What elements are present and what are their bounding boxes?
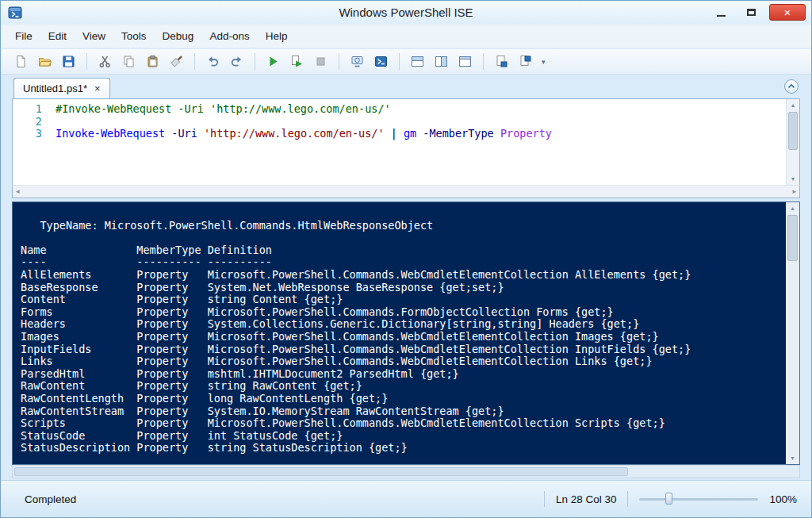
menu-item-view[interactable]: View [75, 26, 113, 46]
status-bar: Completed Ln 28 Col 30 100% [1, 480, 811, 517]
redo-icon [230, 55, 243, 68]
zoom-level: 100% [769, 493, 797, 505]
scroll-down-icon[interactable]: ▼ [786, 455, 799, 461]
collapse-script-pane-button[interactable] [784, 79, 799, 94]
save-button[interactable] [58, 52, 79, 72]
show-script-pane-toggle-button[interactable] [515, 52, 536, 72]
editor-horizontal-scrollbar[interactable]: ◂ ▸ [12, 185, 800, 198]
tab-close-icon[interactable]: × [94, 83, 101, 94]
run-script-icon [266, 55, 280, 68]
menu-item-edit[interactable]: Edit [40, 26, 75, 46]
split-vertical-icon [435, 55, 448, 68]
maximize-button[interactable] [739, 4, 763, 21]
undo-icon [206, 55, 220, 68]
remote-tab-icon [350, 55, 364, 68]
open-folder-icon [38, 55, 52, 68]
tab-untitled1[interactable]: Untitled1.ps1* × [13, 78, 110, 98]
editor-scroll-thumb[interactable] [788, 112, 798, 150]
run-script-button[interactable] [262, 52, 284, 72]
cut-button[interactable] [94, 52, 116, 72]
code-text: #Invoke-WebRequest -Uri 'http://www.lego… [56, 103, 391, 116]
powershell-icon [374, 55, 388, 68]
show-script-pane-maximized-button[interactable] [454, 52, 476, 72]
close-icon: × [784, 6, 791, 18]
status-separator [627, 491, 628, 507]
zoom-slider-track[interactable] [639, 498, 758, 501]
cut-icon [98, 55, 112, 68]
console-hscroll-thumb[interactable] [14, 467, 628, 476]
toolbar-separator [339, 53, 339, 70]
tab-label: Untitled1.ps1* [23, 82, 87, 94]
line-number: 2 [13, 116, 56, 129]
window-controls: × [709, 4, 806, 21]
toolbar-separator [194, 53, 195, 70]
scroll-up-icon[interactable]: ▲ [786, 205, 799, 211]
menu-item-file[interactable]: File [7, 26, 40, 46]
toolbar-separator [399, 53, 400, 70]
tab-row: Untitled1.ps1* × [12, 77, 800, 98]
show-command-window-button[interactable] [491, 52, 512, 72]
menu-item-debug[interactable]: Debug [155, 26, 202, 46]
status-text: Completed [25, 493, 76, 505]
close-button[interactable]: × [769, 4, 806, 21]
paste-button[interactable] [142, 52, 163, 72]
chevron-up-icon [787, 82, 796, 91]
console-output[interactable]: TypeName: Microsoft.PowerShell.Commands.… [13, 202, 786, 464]
menu-item-add-ons[interactable]: Add-ons [201, 26, 257, 46]
console-pane[interactable]: TypeName: Microsoft.PowerShell.Commands.… [12, 201, 800, 465]
zoom-slider-thumb[interactable] [665, 493, 672, 505]
title-bar: Windows PowerShell ISE × [1, 1, 811, 25]
scroll-down-icon[interactable]: ▼ [787, 176, 799, 182]
command-window-icon [495, 55, 508, 68]
ise-window: Windows PowerShell ISE × FileEditViewToo… [0, 0, 812, 518]
minimize-button[interactable] [709, 4, 733, 21]
undo-button[interactable] [202, 52, 224, 72]
toolbar: ▾ [1, 49, 811, 75]
show-script-pane-top-button[interactable] [407, 52, 428, 72]
show-script-pane-right-button[interactable] [431, 52, 452, 72]
menu-item-tools[interactable]: Tools [113, 26, 155, 46]
copy-button[interactable] [118, 52, 140, 72]
scroll-right-icon[interactable]: ▸ [792, 186, 796, 198]
script-editor[interactable]: 1#Invoke-WebRequest -Uri 'http://www.leg… [13, 99, 786, 185]
console-horizontal-scrollbar[interactable] [12, 465, 800, 478]
new-script-button[interactable] [10, 52, 32, 72]
editor-vertical-scrollbar[interactable]: ▲ ▼ [786, 99, 799, 185]
save-icon [62, 55, 75, 68]
status-bar-right: Ln 28 Col 30 100% [544, 481, 797, 517]
scroll-left-icon[interactable]: ◂ [16, 186, 20, 198]
code-line: 2 [13, 116, 786, 129]
start-powershell-button[interactable] [370, 52, 392, 72]
copy-icon [122, 55, 136, 68]
stop-operation-button[interactable] [310, 52, 331, 72]
redo-button[interactable] [226, 52, 247, 72]
clear-console-button[interactable] [166, 52, 187, 72]
console-scroll-thumb[interactable] [787, 215, 798, 261]
window-title: Windows PowerShell ISE [1, 6, 811, 19]
zoom-slider[interactable] [639, 492, 758, 506]
open-script-button[interactable] [34, 52, 56, 72]
line-number: 3 [13, 128, 56, 140]
code-text: Invoke-WebRequest -Uri 'http://www.lego.… [56, 128, 552, 140]
script-pane-toggle-icon [519, 55, 532, 68]
code-line: 1#Invoke-WebRequest -Uri 'http://www.leg… [13, 103, 786, 116]
toolbar-separator [483, 53, 484, 70]
console-vertical-scrollbar[interactable]: ▲ ▼ [786, 202, 799, 464]
toolbar-separator [86, 53, 87, 70]
toolbar-overflow-icon[interactable]: ▾ [542, 58, 546, 66]
menu-item-help[interactable]: Help [258, 26, 296, 46]
maximize-icon [747, 9, 756, 16]
new-remote-powershell-tab-button[interactable] [347, 52, 368, 72]
minimize-icon [717, 15, 726, 17]
paste-icon [146, 55, 159, 68]
menu-bar: FileEditViewToolsDebugAdd-onsHelp [1, 25, 811, 48]
run-selection-icon [290, 55, 304, 68]
cursor-position: Ln 28 Col 30 [556, 493, 617, 505]
status-separator [544, 491, 545, 507]
clear-console-icon [170, 55, 183, 68]
scroll-up-icon[interactable]: ▲ [787, 102, 799, 108]
split-horizontal-icon [411, 55, 424, 68]
line-number: 1 [13, 103, 56, 116]
run-selection-button[interactable] [286, 52, 308, 72]
code-line: 3Invoke-WebRequest -Uri 'http://www.lego… [13, 128, 786, 140]
